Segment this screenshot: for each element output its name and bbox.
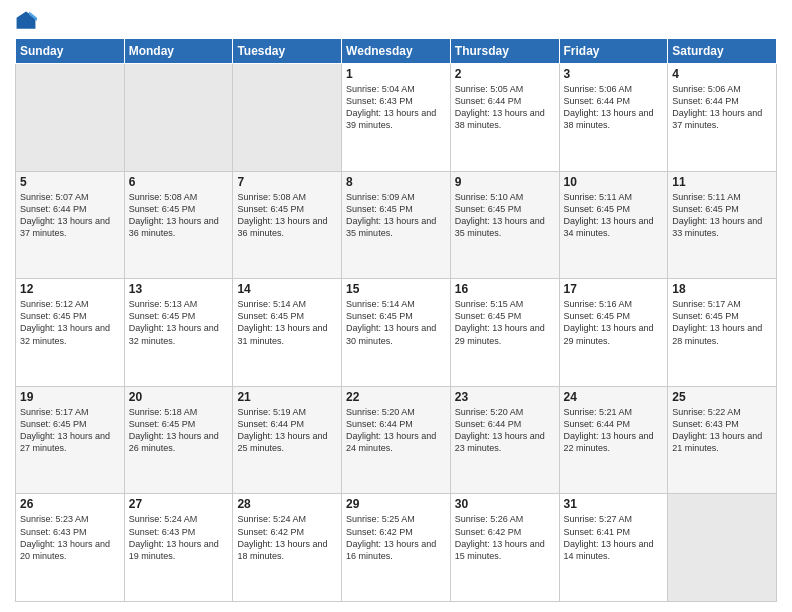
day-info: Sunrise: 5:09 AM Sunset: 6:45 PM Dayligh…	[346, 191, 446, 240]
calendar-cell: 16Sunrise: 5:15 AM Sunset: 6:45 PM Dayli…	[450, 279, 559, 387]
calendar-cell: 24Sunrise: 5:21 AM Sunset: 6:44 PM Dayli…	[559, 386, 668, 494]
calendar-cell: 14Sunrise: 5:14 AM Sunset: 6:45 PM Dayli…	[233, 279, 342, 387]
page: SundayMondayTuesdayWednesdayThursdayFrid…	[0, 0, 792, 612]
calendar-cell: 31Sunrise: 5:27 AM Sunset: 6:41 PM Dayli…	[559, 494, 668, 602]
calendar-cell: 28Sunrise: 5:24 AM Sunset: 6:42 PM Dayli…	[233, 494, 342, 602]
day-number: 5	[20, 175, 120, 189]
day-info: Sunrise: 5:14 AM Sunset: 6:45 PM Dayligh…	[237, 298, 337, 347]
day-info: Sunrise: 5:08 AM Sunset: 6:45 PM Dayligh…	[237, 191, 337, 240]
calendar-cell: 27Sunrise: 5:24 AM Sunset: 6:43 PM Dayli…	[124, 494, 233, 602]
day-header-thursday: Thursday	[450, 39, 559, 64]
logo	[15, 10, 41, 32]
calendar-table: SundayMondayTuesdayWednesdayThursdayFrid…	[15, 38, 777, 602]
day-number: 30	[455, 497, 555, 511]
day-header-sunday: Sunday	[16, 39, 125, 64]
day-number: 9	[455, 175, 555, 189]
calendar-cell: 29Sunrise: 5:25 AM Sunset: 6:42 PM Dayli…	[342, 494, 451, 602]
day-number: 19	[20, 390, 120, 404]
calendar-cell: 11Sunrise: 5:11 AM Sunset: 6:45 PM Dayli…	[668, 171, 777, 279]
calendar-cell: 21Sunrise: 5:19 AM Sunset: 6:44 PM Dayli…	[233, 386, 342, 494]
calendar-cell: 30Sunrise: 5:26 AM Sunset: 6:42 PM Dayli…	[450, 494, 559, 602]
day-number: 17	[564, 282, 664, 296]
day-number: 22	[346, 390, 446, 404]
day-info: Sunrise: 5:20 AM Sunset: 6:44 PM Dayligh…	[346, 406, 446, 455]
day-number: 7	[237, 175, 337, 189]
day-info: Sunrise: 5:08 AM Sunset: 6:45 PM Dayligh…	[129, 191, 229, 240]
day-info: Sunrise: 5:26 AM Sunset: 6:42 PM Dayligh…	[455, 513, 555, 562]
day-info: Sunrise: 5:07 AM Sunset: 6:44 PM Dayligh…	[20, 191, 120, 240]
day-info: Sunrise: 5:05 AM Sunset: 6:44 PM Dayligh…	[455, 83, 555, 132]
day-info: Sunrise: 5:12 AM Sunset: 6:45 PM Dayligh…	[20, 298, 120, 347]
day-info: Sunrise: 5:14 AM Sunset: 6:45 PM Dayligh…	[346, 298, 446, 347]
day-header-wednesday: Wednesday	[342, 39, 451, 64]
calendar-cell: 10Sunrise: 5:11 AM Sunset: 6:45 PM Dayli…	[559, 171, 668, 279]
header	[15, 10, 777, 32]
day-info: Sunrise: 5:06 AM Sunset: 6:44 PM Dayligh…	[672, 83, 772, 132]
calendar-cell: 17Sunrise: 5:16 AM Sunset: 6:45 PM Dayli…	[559, 279, 668, 387]
calendar-week-row: 1Sunrise: 5:04 AM Sunset: 6:43 PM Daylig…	[16, 64, 777, 172]
calendar-cell: 7Sunrise: 5:08 AM Sunset: 6:45 PM Daylig…	[233, 171, 342, 279]
calendar-week-row: 19Sunrise: 5:17 AM Sunset: 6:45 PM Dayli…	[16, 386, 777, 494]
calendar-cell: 20Sunrise: 5:18 AM Sunset: 6:45 PM Dayli…	[124, 386, 233, 494]
calendar-cell: 3Sunrise: 5:06 AM Sunset: 6:44 PM Daylig…	[559, 64, 668, 172]
calendar-cell: 22Sunrise: 5:20 AM Sunset: 6:44 PM Dayli…	[342, 386, 451, 494]
day-number: 4	[672, 67, 772, 81]
calendar-cell: 18Sunrise: 5:17 AM Sunset: 6:45 PM Dayli…	[668, 279, 777, 387]
calendar-week-row: 12Sunrise: 5:12 AM Sunset: 6:45 PM Dayli…	[16, 279, 777, 387]
calendar-cell: 5Sunrise: 5:07 AM Sunset: 6:44 PM Daylig…	[16, 171, 125, 279]
calendar-cell	[233, 64, 342, 172]
day-number: 13	[129, 282, 229, 296]
day-info: Sunrise: 5:19 AM Sunset: 6:44 PM Dayligh…	[237, 406, 337, 455]
day-number: 14	[237, 282, 337, 296]
calendar-cell	[16, 64, 125, 172]
day-info: Sunrise: 5:24 AM Sunset: 6:42 PM Dayligh…	[237, 513, 337, 562]
day-number: 10	[564, 175, 664, 189]
day-header-tuesday: Tuesday	[233, 39, 342, 64]
day-info: Sunrise: 5:13 AM Sunset: 6:45 PM Dayligh…	[129, 298, 229, 347]
calendar-cell	[668, 494, 777, 602]
calendar-cell	[124, 64, 233, 172]
day-number: 23	[455, 390, 555, 404]
calendar-cell: 12Sunrise: 5:12 AM Sunset: 6:45 PM Dayli…	[16, 279, 125, 387]
day-number: 20	[129, 390, 229, 404]
day-info: Sunrise: 5:27 AM Sunset: 6:41 PM Dayligh…	[564, 513, 664, 562]
day-number: 29	[346, 497, 446, 511]
day-info: Sunrise: 5:06 AM Sunset: 6:44 PM Dayligh…	[564, 83, 664, 132]
day-number: 3	[564, 67, 664, 81]
day-info: Sunrise: 5:24 AM Sunset: 6:43 PM Dayligh…	[129, 513, 229, 562]
day-number: 12	[20, 282, 120, 296]
day-number: 11	[672, 175, 772, 189]
day-number: 25	[672, 390, 772, 404]
calendar-cell: 15Sunrise: 5:14 AM Sunset: 6:45 PM Dayli…	[342, 279, 451, 387]
day-number: 21	[237, 390, 337, 404]
calendar-cell: 6Sunrise: 5:08 AM Sunset: 6:45 PM Daylig…	[124, 171, 233, 279]
calendar-cell: 1Sunrise: 5:04 AM Sunset: 6:43 PM Daylig…	[342, 64, 451, 172]
day-number: 24	[564, 390, 664, 404]
day-info: Sunrise: 5:23 AM Sunset: 6:43 PM Dayligh…	[20, 513, 120, 562]
day-number: 1	[346, 67, 446, 81]
day-number: 31	[564, 497, 664, 511]
calendar-cell: 9Sunrise: 5:10 AM Sunset: 6:45 PM Daylig…	[450, 171, 559, 279]
day-info: Sunrise: 5:10 AM Sunset: 6:45 PM Dayligh…	[455, 191, 555, 240]
day-info: Sunrise: 5:04 AM Sunset: 6:43 PM Dayligh…	[346, 83, 446, 132]
calendar-cell: 19Sunrise: 5:17 AM Sunset: 6:45 PM Dayli…	[16, 386, 125, 494]
day-info: Sunrise: 5:25 AM Sunset: 6:42 PM Dayligh…	[346, 513, 446, 562]
logo-icon	[15, 10, 37, 32]
day-info: Sunrise: 5:17 AM Sunset: 6:45 PM Dayligh…	[20, 406, 120, 455]
day-header-friday: Friday	[559, 39, 668, 64]
day-info: Sunrise: 5:21 AM Sunset: 6:44 PM Dayligh…	[564, 406, 664, 455]
day-info: Sunrise: 5:17 AM Sunset: 6:45 PM Dayligh…	[672, 298, 772, 347]
day-info: Sunrise: 5:15 AM Sunset: 6:45 PM Dayligh…	[455, 298, 555, 347]
day-number: 18	[672, 282, 772, 296]
day-info: Sunrise: 5:20 AM Sunset: 6:44 PM Dayligh…	[455, 406, 555, 455]
day-number: 27	[129, 497, 229, 511]
calendar-cell: 8Sunrise: 5:09 AM Sunset: 6:45 PM Daylig…	[342, 171, 451, 279]
day-number: 6	[129, 175, 229, 189]
calendar-week-row: 5Sunrise: 5:07 AM Sunset: 6:44 PM Daylig…	[16, 171, 777, 279]
calendar-cell: 26Sunrise: 5:23 AM Sunset: 6:43 PM Dayli…	[16, 494, 125, 602]
day-header-saturday: Saturday	[668, 39, 777, 64]
day-number: 15	[346, 282, 446, 296]
day-header-monday: Monday	[124, 39, 233, 64]
day-info: Sunrise: 5:16 AM Sunset: 6:45 PM Dayligh…	[564, 298, 664, 347]
calendar-cell: 25Sunrise: 5:22 AM Sunset: 6:43 PM Dayli…	[668, 386, 777, 494]
